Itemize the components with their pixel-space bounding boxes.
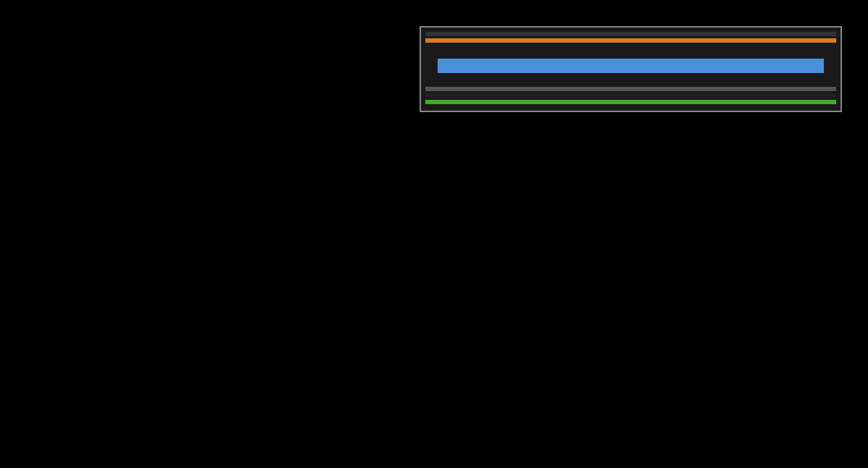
block-diagram <box>420 26 842 112</box>
spec-panel <box>26 26 402 112</box>
nvlink-arrows <box>425 93 836 98</box>
gigathread-bar <box>425 38 836 43</box>
content <box>0 19 868 112</box>
gpc-area <box>438 45 824 87</box>
rop-row-bottom <box>438 78 824 85</box>
pci-bar <box>425 32 836 36</box>
rop-row-top <box>438 47 824 54</box>
mem-controllers-right <box>826 45 836 87</box>
mem-controllers-left <box>425 45 435 87</box>
nvlink-bar <box>425 100 836 104</box>
l2-cache <box>438 59 824 73</box>
page-title <box>0 0 868 19</box>
high-speed-hub <box>425 87 836 91</box>
diagram-body <box>425 45 836 87</box>
